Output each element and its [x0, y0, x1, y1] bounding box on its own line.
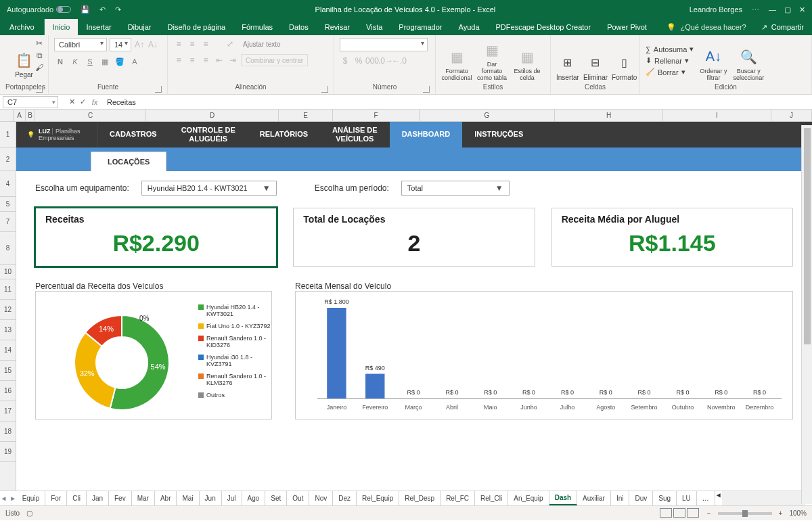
cancel-formula-icon[interactable]: ✕ [66, 97, 77, 108]
sheet-tab[interactable]: Mar [132, 491, 155, 505]
tab-nav-next-icon[interactable]: ► [9, 495, 16, 502]
shrink-font-icon[interactable]: A↓ [148, 39, 158, 50]
nav-analise[interactable]: ANÁLISE DEVEÍCULOS [320, 122, 390, 147]
column-headers[interactable]: ABCDEFGHIJ [0, 110, 812, 122]
undo-icon[interactable]: ↶ [99, 5, 106, 14]
sheet-tab[interactable]: Dez [333, 491, 357, 505]
delete-cells-button[interactable]: ⊟Eliminar [583, 41, 608, 81]
kpi-receitas[interactable]: Receitas R$2.290 [35, 208, 277, 267]
align-right-icon[interactable]: ≡ [200, 55, 211, 66]
dialog-launcher-icon[interactable] [155, 86, 162, 93]
maximize-icon[interactable]: ▢ [784, 5, 791, 14]
sheet-tab[interactable]: Jul [222, 491, 242, 505]
tab-dibujar[interactable]: Dibujar [120, 19, 160, 35]
sheet-tab[interactable]: An_Equip [508, 491, 549, 505]
name-box[interactable]: C7 [3, 96, 58, 108]
tab-vista[interactable]: Vista [358, 19, 390, 35]
save-icon[interactable]: 💾 [81, 5, 90, 14]
sheet-tab[interactable]: Rel_Cli [475, 491, 508, 505]
tab-powerpivot[interactable]: Power Pivot [599, 19, 655, 35]
tab-diseno[interactable]: Diseño de página [160, 19, 234, 35]
dialog-launcher-icon[interactable] [36, 86, 43, 93]
autosum-button[interactable]: ∑ Autosuma ▾ [646, 45, 694, 53]
decrease-decimal-icon[interactable]: ←.0 [394, 55, 405, 66]
sheet-tab[interactable]: Rel_FC [441, 491, 475, 505]
hscroll-left-icon[interactable]: ◄ [715, 491, 722, 505]
sheet-tab[interactable]: LU [677, 491, 697, 505]
find-select-button[interactable]: 🔍Buscar y seleccionar [733, 41, 764, 81]
zoom-out-icon[interactable]: − [707, 509, 711, 517]
nav-cadastros[interactable]: CADASTROS [97, 122, 169, 147]
dialog-launcher-icon[interactable] [423, 86, 430, 93]
tab-datos[interactable]: Datos [281, 19, 317, 35]
grow-font-icon[interactable]: A↑ [134, 39, 145, 50]
conditional-format-button[interactable]: ▦Formato condicional [441, 41, 472, 81]
sheet-tab[interactable]: Set [265, 491, 287, 505]
equip-picker[interactable]: Hyundai HB20 1.4 - KWT3021▼ [141, 181, 277, 196]
bold-button[interactable]: N [54, 55, 66, 68]
sheet-tab[interactable]: For [45, 491, 67, 505]
format-as-table-button[interactable]: ▦Dar formato como tabla [476, 41, 508, 81]
sheet-tab[interactable]: Mai [177, 491, 199, 505]
row-headers[interactable]: 12457810111213141516171819 [0, 122, 16, 491]
tab-programador[interactable]: Programador [390, 19, 450, 35]
sheet-tab[interactable]: Duv [629, 491, 653, 505]
sheet-tab[interactable]: Ini [611, 491, 630, 505]
zoom-level[interactable]: 100% [789, 509, 807, 517]
clear-button[interactable]: 🧹 Borrar ▾ [646, 68, 694, 76]
italic-button[interactable]: K [69, 55, 81, 68]
formula-value[interactable]: Receitas [102, 98, 136, 106]
increase-indent-icon[interactable]: ⇥ [227, 55, 238, 66]
align-center-icon[interactable]: ≡ [187, 55, 198, 66]
tab-formulas[interactable]: Fórmulas [233, 19, 281, 35]
period-picker[interactable]: Total▼ [401, 181, 510, 196]
comma-icon[interactable]: 000 [367, 55, 378, 66]
tab-more-icon[interactable]: … [697, 491, 715, 505]
sheet-tab[interactable]: Rel_Desp [399, 491, 441, 505]
align-bottom-icon[interactable]: ≡ [200, 39, 211, 49]
tab-inicio[interactable]: Inicio [45, 19, 78, 35]
dialog-launcher-icon[interactable] [321, 86, 328, 93]
autosave-toggle[interactable]: Autoguardado [7, 5, 71, 14]
tell-me[interactable]: 💡 ¿Qué desea hacer? [660, 19, 752, 35]
align-middle-icon[interactable]: ≡ [187, 39, 198, 49]
number-format-combo[interactable] [340, 38, 428, 51]
nav-relatorios[interactable]: RELATÓRIOS [248, 122, 320, 147]
font-color-icon[interactable]: A [129, 55, 141, 68]
ribbon-options-icon[interactable]: ⋯ [752, 5, 759, 14]
sheet-tab[interactable]: Ago [242, 491, 266, 505]
sheet-tab[interactable]: Equip [17, 491, 46, 505]
fill-color-icon[interactable]: 🪣 [114, 55, 126, 68]
minimize-icon[interactable]: — [769, 5, 776, 14]
increase-decimal-icon[interactable]: .0→ [380, 55, 391, 66]
copy-icon[interactable]: ⧉ [34, 50, 45, 61]
format-cells-button[interactable]: ▯Formato [612, 41, 637, 81]
underline-button[interactable]: S [84, 55, 96, 68]
zoom-slider[interactable] [718, 512, 772, 515]
fx-icon[interactable]: fx [88, 98, 102, 106]
tab-file[interactable]: Archivo [0, 19, 45, 35]
cut-icon[interactable]: ✂ [34, 38, 45, 49]
view-buttons[interactable] [660, 508, 700, 519]
sheet-tab[interactable]: Jun [200, 491, 222, 505]
sheet-tab[interactable]: Out [287, 491, 309, 505]
insert-cells-button[interactable]: ⊞Insertar [556, 41, 579, 81]
wrap-text-button[interactable]: Ajustar texto [238, 38, 286, 50]
vertical-scrollbar[interactable] [801, 125, 812, 504]
tab-revisar[interactable]: Revisar [317, 19, 358, 35]
worksheet[interactable]: 💡LUZ Planilhas Empresariais CADASTROS CO… [16, 122, 812, 491]
kpi-receita-media[interactable]: Receita Média por Aluguel R$1.145 [551, 208, 793, 267]
tab-ayuda[interactable]: Ayuda [451, 19, 488, 35]
macro-record-icon[interactable]: ▢ [26, 509, 32, 517]
zoom-in-icon[interactable]: + [779, 509, 783, 517]
sort-filter-button[interactable]: A↓Ordenar y filtrar [698, 41, 729, 81]
nav-dashboard[interactable]: DASHBOARD [390, 122, 463, 147]
fill-button[interactable]: ⬇ Rellenar ▾ [646, 56, 694, 65]
cell-styles-button[interactable]: ▦Estilos de celda [512, 41, 543, 81]
font-size-combo[interactable]: 14 [110, 38, 131, 51]
accounting-icon[interactable]: $ [340, 55, 351, 66]
sheet-tab[interactable]: Dash [549, 491, 577, 505]
sheet-tab[interactable]: Auxiliar [577, 491, 611, 505]
font-name-combo[interactable]: Calibri [54, 38, 107, 51]
user-name[interactable]: Leandro Borges [690, 5, 742, 14]
